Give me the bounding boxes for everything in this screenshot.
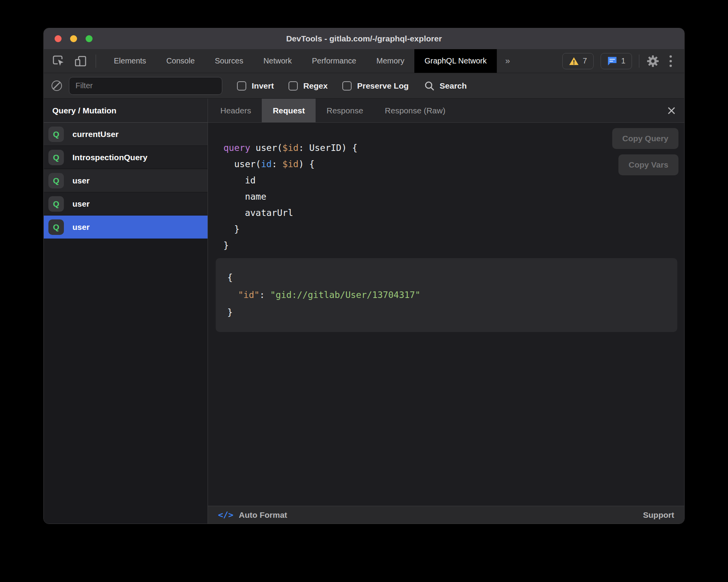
- chat-bubble-icon: [607, 56, 617, 66]
- query-name-label: user: [72, 223, 89, 232]
- query-list-item[interactable]: Quser: [44, 169, 208, 192]
- copy-query-button[interactable]: Copy Query: [612, 128, 678, 149]
- tab-elements[interactable]: Elements: [104, 49, 156, 73]
- close-window-button[interactable]: [55, 35, 62, 42]
- query-type-badge: Q: [48, 219, 64, 235]
- copy-vars-button[interactable]: Copy Vars: [618, 154, 678, 175]
- close-icon: [666, 106, 676, 116]
- query-name-label: user: [72, 176, 89, 185]
- support-link[interactable]: Support: [643, 510, 674, 520]
- code-line: }: [223, 237, 684, 253]
- query-list: QcurrentUserQIntrospectionQueryQuserQuse…: [44, 123, 208, 239]
- filter-bar: InvertRegexPreserve Log Search: [44, 73, 684, 99]
- query-name-label: IntrospectionQuery: [72, 153, 148, 162]
- devtools-window: DevTools - gitlab.com/-/graphql-explorer…: [43, 28, 685, 524]
- request-variables-box: { "id": "gid://gitlab/User/13704317"}: [216, 258, 677, 332]
- query-name-label: user: [72, 199, 89, 209]
- tab-console[interactable]: Console: [156, 49, 204, 73]
- tab-graphql-network[interactable]: GraphQL Network: [414, 49, 496, 73]
- query-type-badge: Q: [48, 173, 64, 188]
- query-list-item[interactable]: Quser: [44, 192, 208, 216]
- checkbox-preserve-log[interactable]: Preserve Log: [342, 81, 409, 91]
- close-panel-button[interactable]: [666, 99, 676, 122]
- code-brackets-icon: </>: [218, 510, 234, 520]
- code-line: }: [227, 304, 666, 321]
- toolbar-icons: [44, 49, 104, 73]
- code-line: name: [223, 188, 684, 205]
- detail-tab-response-raw-[interactable]: Response (Raw): [374, 99, 456, 122]
- settings-gear-icon[interactable]: [646, 55, 659, 68]
- detail-tab-response[interactable]: Response: [316, 99, 374, 122]
- checkbox-box: [288, 81, 298, 91]
- auto-format-button[interactable]: </> Auto Format: [218, 510, 287, 520]
- search-label: Search: [440, 81, 467, 91]
- detail-tab-request[interactable]: Request: [262, 99, 316, 122]
- traffic-lights: [55, 35, 93, 42]
- devtools-tab-bar: ElementsConsoleSourcesNetworkPerformance…: [44, 49, 684, 73]
- warning-icon: [569, 56, 579, 66]
- sidebar-header: Query / Mutation: [44, 99, 208, 123]
- warning-count: 7: [583, 56, 587, 65]
- filter-options: InvertRegexPreserve Log: [237, 81, 409, 91]
- minimize-window-button[interactable]: [70, 35, 77, 42]
- warnings-badge[interactable]: 7: [562, 53, 594, 69]
- checkbox-label: Invert: [252, 81, 274, 91]
- inspect-element-icon[interactable]: [52, 55, 65, 68]
- checkbox-invert[interactable]: Invert: [237, 81, 274, 91]
- query-type-badge: Q: [48, 150, 64, 165]
- zoom-window-button[interactable]: [86, 35, 93, 42]
- clear-icon[interactable]: [52, 80, 62, 91]
- checkbox-box: [237, 81, 246, 91]
- filter-input[interactable]: [69, 77, 222, 95]
- code-line: "id": "gid://gitlab/User/13704317": [227, 286, 666, 304]
- panel-tabs: ElementsConsoleSourcesNetworkPerformance…: [104, 49, 519, 73]
- more-tabs-chevron-icon[interactable]: »: [497, 49, 519, 73]
- query-name-label: currentUser: [72, 130, 118, 139]
- tab-sources[interactable]: Sources: [205, 49, 253, 73]
- query-list-item[interactable]: QcurrentUser: [44, 123, 208, 146]
- query-type-badge: Q: [48, 127, 64, 142]
- checkbox-box: [342, 81, 352, 91]
- toolbar-right: 7 1: [562, 49, 684, 73]
- device-toolbar-icon[interactable]: [74, 55, 87, 68]
- code-line: {: [227, 269, 666, 286]
- checkbox-regex[interactable]: Regex: [288, 81, 328, 91]
- toolbar-separator: [96, 55, 96, 68]
- query-sidebar: Query / Mutation QcurrentUserQIntrospect…: [44, 99, 208, 524]
- tab-memory[interactable]: Memory: [366, 49, 414, 73]
- issues-count: 1: [621, 56, 625, 65]
- request-body: query user($id: UserID) { user(id: $id) …: [208, 123, 684, 506]
- more-options-icon[interactable]: [666, 55, 675, 67]
- checkbox-label: Regex: [303, 81, 328, 91]
- checkbox-label: Preserve Log: [357, 81, 409, 91]
- toolbar-right-separator: [639, 55, 639, 68]
- query-list-item[interactable]: QIntrospectionQuery: [44, 146, 208, 169]
- copy-buttons: Copy Query Copy Vars: [612, 128, 678, 175]
- search-group[interactable]: Search: [424, 80, 467, 91]
- tab-network[interactable]: Network: [253, 49, 302, 73]
- query-type-badge: Q: [48, 196, 64, 212]
- title-bar: DevTools - gitlab.com/-/graphql-explorer: [44, 28, 684, 49]
- tab-performance[interactable]: Performance: [302, 49, 367, 73]
- issues-badge[interactable]: 1: [601, 53, 632, 69]
- auto-format-label: Auto Format: [239, 510, 287, 520]
- query-list-item[interactable]: Quser: [44, 216, 208, 239]
- detail-tab-headers[interactable]: Headers: [209, 99, 262, 122]
- search-icon: [424, 80, 435, 91]
- detail-footer: </> Auto Format Support: [208, 506, 684, 524]
- detail-tabs: HeadersRequestResponseResponse (Raw): [208, 99, 684, 123]
- code-line: }: [223, 221, 684, 237]
- code-line: avatarUrl: [223, 205, 684, 221]
- detail-panel: HeadersRequestResponseResponse (Raw) que…: [208, 99, 684, 524]
- window-title: DevTools - gitlab.com/-/graphql-explorer: [44, 34, 684, 43]
- main-area: Query / Mutation QcurrentUserQIntrospect…: [44, 99, 684, 524]
